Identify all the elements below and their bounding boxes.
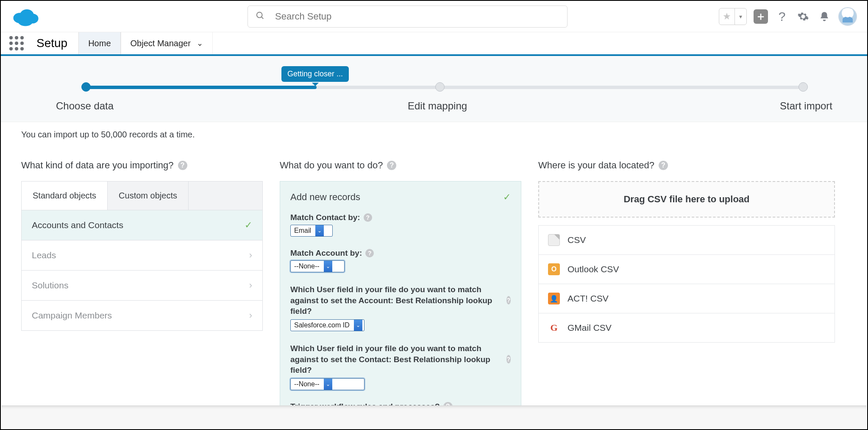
help-icon[interactable]: ? xyxy=(387,161,396,170)
column-data-type: What kind of data are you importing? ? S… xyxy=(21,160,263,415)
col2-heading: What do you want to do? xyxy=(280,160,383,171)
help-icon[interactable]: ? xyxy=(364,213,372,222)
match-contact-label: Match Contact by: xyxy=(290,213,360,222)
chevron-right-icon: › xyxy=(249,280,252,291)
svg-point-4 xyxy=(257,12,262,17)
object-item-label: Solutions xyxy=(32,280,68,290)
gmail-icon: G xyxy=(548,322,560,334)
select-value: --None-- xyxy=(291,262,324,270)
notifications-icon[interactable] xyxy=(817,9,832,24)
check-icon: ✓ xyxy=(503,192,511,203)
step-dot-2[interactable] xyxy=(435,82,445,92)
object-item-label: Leads xyxy=(32,250,56,260)
app-launcher-icon[interactable] xyxy=(8,32,25,54)
user-account-label: Which User field in your file do you wan… xyxy=(290,284,503,317)
object-item-leads[interactable]: Leads › xyxy=(22,240,262,270)
global-actions-button[interactable]: ＋ xyxy=(754,9,768,24)
object-item-label: Accounts and Contacts xyxy=(32,220,123,230)
user-account-select[interactable]: Salesforce.com ID ⌄ xyxy=(290,319,364,331)
svg-point-3 xyxy=(17,14,33,26)
header-actions: ★ ▾ ＋ ? xyxy=(719,7,857,26)
context-bar: Setup Home Object Manager ⌄ xyxy=(1,32,867,56)
object-item-label: Campaign Members xyxy=(32,310,112,321)
help-icon[interactable]: ? xyxy=(506,355,511,363)
act-icon: 👤 xyxy=(548,293,560,304)
help-icon[interactable]: ? xyxy=(775,9,789,24)
file-source-label: GMail CSV xyxy=(568,323,612,333)
help-icon[interactable]: ? xyxy=(506,296,511,304)
csv-dropzone[interactable]: Drag CSV file here to upload xyxy=(538,181,835,218)
progress-tooltip: Getting closer ... xyxy=(281,66,349,82)
match-contact-select[interactable]: Email ⌄ xyxy=(290,225,333,237)
chevron-right-icon: › xyxy=(249,250,252,261)
action-panel: Add new records ✓ Match Contact by: ? Em… xyxy=(280,181,521,415)
step-dot-3[interactable] xyxy=(798,82,808,92)
csv-file-icon xyxy=(548,234,560,246)
global-header: ★ ▾ ＋ ? xyxy=(1,1,867,32)
file-source-outlook[interactable]: O Outlook CSV xyxy=(539,254,835,284)
app-name: Setup xyxy=(25,32,78,54)
global-search[interactable] xyxy=(248,6,568,28)
select-arrow-icon: ⌄ xyxy=(315,225,324,236)
tab-home[interactable]: Home xyxy=(78,32,120,54)
bottom-bar xyxy=(2,405,866,428)
dropzone-label: Drag CSV file here to upload xyxy=(623,194,749,205)
file-source-label: CSV xyxy=(568,235,586,245)
gear-icon[interactable] xyxy=(796,9,810,24)
select-arrow-icon: ⌄ xyxy=(324,379,332,390)
file-source-label: ACT! CSV xyxy=(568,293,609,304)
tab-label: Object Manager xyxy=(131,39,191,48)
chevron-down-icon: ▾ xyxy=(734,8,746,25)
object-list: Accounts and Contacts ✓ Leads › Solution… xyxy=(21,210,263,331)
chevron-right-icon: › xyxy=(249,310,252,321)
help-icon[interactable]: ? xyxy=(178,161,187,170)
object-type-tabs: Standard objects Custom objects xyxy=(21,181,263,210)
check-icon: ✓ xyxy=(245,220,252,231)
select-value: --None-- xyxy=(291,380,324,388)
file-source-csv[interactable]: CSV xyxy=(539,226,835,254)
select-value: Salesforce.com ID xyxy=(291,321,354,329)
progress-fill xyxy=(83,86,317,89)
tab-custom-objects[interactable]: Custom objects xyxy=(108,181,189,210)
file-source-gmail[interactable]: G GMail CSV xyxy=(539,313,835,342)
action-title: Add new records xyxy=(290,192,360,203)
object-item-solutions[interactable]: Solutions › xyxy=(22,270,262,300)
svg-line-5 xyxy=(262,17,264,19)
col1-heading: What kind of data are you importing? xyxy=(21,160,174,171)
col3-heading: Where is your data located? xyxy=(538,160,654,171)
file-source-label: Outlook CSV xyxy=(568,264,619,274)
step-label-3: Start import xyxy=(780,100,832,112)
select-arrow-icon: ⌄ xyxy=(354,320,362,331)
search-icon xyxy=(256,11,265,22)
wizard-progress: Getting closer ... Choose data Edit mapp… xyxy=(1,56,867,122)
star-icon: ★ xyxy=(719,11,734,22)
file-source-list: CSV O Outlook CSV 👤 ACT! CSV G GMail CSV xyxy=(538,225,835,343)
tab-standard-objects[interactable]: Standard objects xyxy=(22,181,108,210)
intro-text: You can import up to 50,000 records at a… xyxy=(21,130,847,140)
search-input[interactable] xyxy=(275,11,559,22)
help-icon[interactable]: ? xyxy=(659,161,668,170)
user-contact-select[interactable]: --None-- ⌄ xyxy=(290,378,364,390)
select-arrow-icon: ⌄ xyxy=(324,261,332,272)
salesforce-logo-icon[interactable] xyxy=(11,6,40,27)
outlook-icon: O xyxy=(548,263,560,275)
step-label-1: Choose data xyxy=(56,100,114,112)
favorites-button[interactable]: ★ ▾ xyxy=(719,8,747,25)
help-icon[interactable]: ? xyxy=(365,249,374,257)
user-avatar[interactable] xyxy=(838,7,857,26)
object-item-accounts-contacts[interactable]: Accounts and Contacts ✓ xyxy=(22,210,262,240)
step-label-2: Edit mapping xyxy=(408,100,467,112)
file-source-act[interactable]: 👤 ACT! CSV xyxy=(539,284,835,313)
step-dot-1[interactable] xyxy=(81,82,91,92)
column-action: What do you want to do? ? Add new record… xyxy=(280,160,521,415)
chevron-down-icon: ⌄ xyxy=(197,39,203,48)
object-item-campaign-members[interactable]: Campaign Members › xyxy=(22,300,262,330)
match-account-label: Match Account by: xyxy=(290,249,362,258)
match-account-select[interactable]: --None-- ⌄ xyxy=(290,260,345,272)
column-data-location: Where is your data located? ? Drag CSV f… xyxy=(538,160,835,415)
select-value: Email xyxy=(291,227,315,235)
page-body: You can import up to 50,000 records at a… xyxy=(1,122,867,415)
tab-object-manager[interactable]: Object Manager ⌄ xyxy=(121,32,213,54)
user-contact-label: Which User field in your file do you wan… xyxy=(290,343,503,376)
